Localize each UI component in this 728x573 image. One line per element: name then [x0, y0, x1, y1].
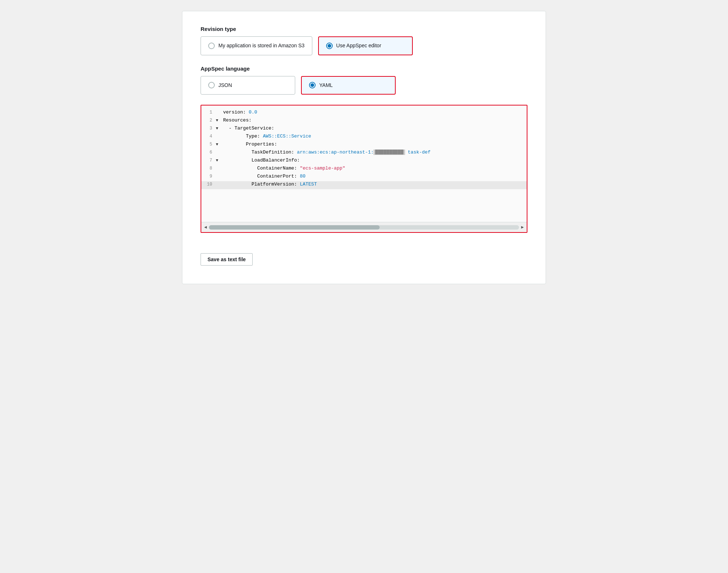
radio-yaml-circle — [309, 82, 316, 88]
appspec-language-label: AppSpec language — [201, 65, 527, 72]
line-num-5: 5 — [201, 142, 216, 147]
save-text-file-button[interactable]: Save as text file — [201, 253, 253, 266]
code-line-2: 2 ▼ Resources: — [201, 117, 527, 125]
line-num-4: 4 — [201, 134, 216, 139]
line-code-2: Resources: — [222, 118, 252, 123]
editor-content[interactable]: 1 version: 0.0 2 ▼ Resources: 3 ▼ - Targ… — [201, 106, 527, 222]
scroll-left-arrow[interactable]: ◀ — [204, 224, 207, 230]
code-line-3: 3 ▼ - TargetService: — [201, 125, 527, 133]
line-arrow-1 — [216, 110, 222, 115]
spacer — [201, 239, 527, 253]
line-num-6: 6 — [201, 150, 216, 155]
revision-type-group: My application is stored in Amazon S3 Us… — [201, 36, 527, 55]
language-json[interactable]: JSON — [201, 76, 295, 95]
page-wrapper: Revision type My application is stored i… — [182, 11, 546, 284]
code-line-7: 7 ▼ LoadBalancerInfo: — [201, 157, 527, 165]
line-arrow-4 — [216, 134, 222, 139]
scrollbar-thumb[interactable] — [209, 225, 379, 230]
code-line-10: 10 PlatformVersion: LATEST — [201, 181, 527, 189]
revision-type-label: Revision type — [201, 26, 527, 32]
line-code-3: - TargetService: — [222, 126, 274, 131]
code-line-4: 4 Type: AWS::ECS::Service — [201, 133, 527, 141]
code-line-9: 9 ContainerPort: 80 — [201, 173, 527, 181]
line-code-7: LoadBalancerInfo: — [222, 158, 300, 163]
revision-type-s3[interactable]: My application is stored in Amazon S3 — [201, 36, 312, 55]
code-line-5: 5 ▼ Properties: — [201, 141, 527, 149]
line-num-7: 7 — [201, 158, 216, 163]
revision-type-s3-label: My application is stored in Amazon S3 — [218, 42, 305, 49]
line-num-9: 9 — [201, 174, 216, 179]
line-code-8: ContainerName: "ecs-sample-app" — [222, 166, 345, 171]
line-num-2: 2 — [201, 118, 216, 123]
line-arrow-10 — [216, 182, 222, 187]
line-arrow-3: ▼ — [216, 126, 222, 131]
line-num-8: 8 — [201, 166, 216, 171]
appspec-language-group: JSON YAML — [201, 76, 527, 95]
line-arrow-2: ▼ — [216, 118, 222, 123]
line-code-9: ContainerPort: 80 — [222, 174, 305, 179]
line-code-10: PlatformVersion: LATEST — [222, 182, 317, 187]
line-arrow-8 — [216, 166, 222, 171]
line-code-5: Properties: — [222, 142, 277, 147]
appspec-editor[interactable]: 1 version: 0.0 2 ▼ Resources: 3 ▼ - Targ… — [201, 105, 527, 233]
language-yaml-label: YAML — [319, 82, 333, 89]
radio-appspec-circle — [326, 43, 333, 49]
revision-type-appspec-label: Use AppSpec editor — [336, 42, 381, 49]
line-code-6: TaskDefinition: arn:aws:ecs:ap-northeast… — [222, 150, 431, 155]
scroll-right-arrow[interactable]: ▶ — [521, 224, 524, 230]
line-arrow-7: ▼ — [216, 158, 222, 163]
line-num-3: 3 — [201, 126, 216, 131]
revision-type-appspec[interactable]: Use AppSpec editor — [318, 36, 413, 55]
code-line-6: 6 TaskDefinition: arn:aws:ecs:ap-northea… — [201, 149, 527, 157]
scrollbar-track[interactable] — [209, 225, 519, 230]
language-json-label: JSON — [218, 82, 232, 89]
line-code-1: version: 0.0 — [222, 110, 257, 115]
language-yaml[interactable]: YAML — [301, 76, 396, 95]
editor-scrollbar[interactable]: ◀ ▶ — [201, 222, 527, 232]
line-arrow-9 — [216, 174, 222, 179]
line-arrow-6 — [216, 150, 222, 155]
radio-json-circle — [208, 82, 215, 88]
line-code-4: Type: AWS::ECS::Service — [222, 134, 311, 139]
line-arrow-5: ▼ — [216, 142, 222, 147]
code-line-1: 1 version: 0.0 — [201, 109, 527, 117]
line-num-1: 1 — [201, 110, 216, 115]
line-num-10: 10 — [201, 182, 216, 187]
code-line-8: 8 ContainerName: "ecs-sample-app" — [201, 165, 527, 173]
radio-s3-circle — [208, 43, 215, 49]
